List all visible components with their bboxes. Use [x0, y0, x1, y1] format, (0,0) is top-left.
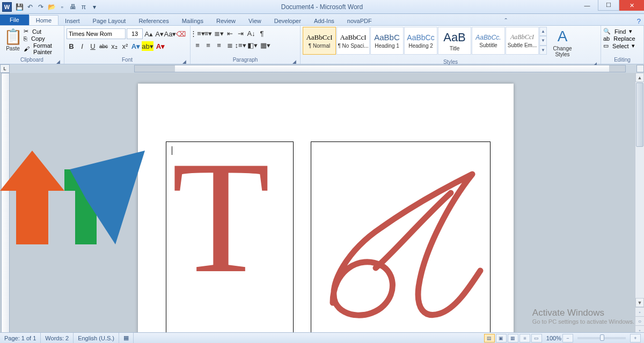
zoom-level[interactable]: 100% [546, 335, 561, 341]
grow-font-button[interactable]: A▴ [144, 29, 153, 39]
vertical-scrollbar[interactable]: ▲ ▼ ◦ ○ ◦ [635, 73, 644, 334]
style-heading-1[interactable]: AaBbCHeading 1 [370, 27, 404, 55]
subscript-button[interactable]: x₂ [109, 41, 119, 51]
underline-button[interactable]: U [88, 41, 98, 51]
style--normal[interactable]: AaBbCcI¶ Normal [303, 27, 336, 55]
scroll-up-icon[interactable]: ▲ [635, 73, 644, 82]
style-subtle-em-[interactable]: AaBbCcISubtle Em... [506, 27, 539, 55]
status-page[interactable]: Page: 1 of 1 [0, 333, 41, 343]
qat-new-icon[interactable]: ▫ [58, 3, 67, 11]
align-right-button[interactable]: ≡ [214, 40, 224, 50]
style-subtitle[interactable]: AaBbCc.Subtitle [472, 27, 505, 55]
tab-mailings[interactable]: Mailings [175, 16, 210, 25]
text-effects-button[interactable]: A▾ [131, 41, 141, 51]
line-spacing-button[interactable]: ↕≡▾ [236, 40, 245, 50]
qat-open-icon[interactable]: 📂 [47, 3, 56, 11]
change-styles-button[interactable]: A Change Styles [549, 27, 576, 58]
view-draft-button[interactable]: ▭ [531, 334, 542, 342]
tab-references[interactable]: References [132, 16, 175, 25]
font-dialog-launcher-icon[interactable]: ◢ [181, 58, 187, 63]
styles-down-icon[interactable]: ▼ [539, 36, 547, 45]
ribbon-minimize-icon[interactable]: ˆ [505, 17, 507, 25]
qat-customize-icon[interactable]: ▾ [90, 3, 99, 11]
format-painter-button[interactable]: 🖌 Format Painter [24, 42, 62, 55]
close-button[interactable]: ✕ [619, 0, 644, 11]
text-box-1[interactable]: T [166, 141, 294, 334]
font-size-input[interactable] [127, 28, 143, 39]
qat-redo-icon[interactable]: ↷ [36, 3, 45, 11]
tab-addins[interactable]: Add-Ins [308, 16, 341, 25]
decrease-indent-button[interactable]: ⇤ [225, 28, 235, 38]
view-outline-button[interactable]: ≡ [519, 334, 530, 342]
font-color-button[interactable]: A▾ [155, 41, 166, 51]
tab-review[interactable]: Review [210, 16, 242, 25]
sort-button[interactable]: A↓ [246, 28, 256, 38]
vertical-ruler[interactable] [1, 73, 10, 334]
strike-button[interactable]: abc [99, 41, 108, 51]
align-left-button[interactable]: ≡ [193, 40, 202, 50]
cut-button[interactable]: ✂ Cut [24, 28, 62, 35]
replace-button[interactable]: ab Replace [603, 35, 635, 42]
maximize-button[interactable]: ☐ [598, 0, 619, 11]
styles-up-icon[interactable]: ▲ [539, 27, 547, 36]
bold-button[interactable]: B [67, 41, 76, 51]
style-title[interactable]: AaBTitle [438, 27, 471, 55]
shading-button[interactable]: ◧▾ [246, 40, 258, 50]
tab-page-layout[interactable]: Page Layout [86, 16, 133, 25]
qat-equation-icon[interactable]: π [79, 3, 88, 11]
browse-object-icon[interactable]: ○ [635, 316, 644, 325]
bullets-button[interactable]: ⋮≡▾ [193, 28, 202, 38]
view-print-layout-button[interactable]: ▤ [484, 334, 495, 342]
ruler-toggle[interactable] [636, 65, 644, 72]
zoom-in-button[interactable]: + [630, 334, 641, 342]
tab-selector[interactable]: L [0, 64, 10, 73]
increase-indent-button[interactable]: ⇥ [236, 28, 245, 38]
view-web-button[interactable]: ▦ [508, 334, 518, 342]
clear-formatting-button[interactable]: ⌫ [176, 29, 186, 39]
tab-home[interactable]: Home [29, 15, 58, 25]
tab-developer[interactable]: Developer [268, 16, 308, 25]
qat-save-icon[interactable]: 💾 [15, 3, 24, 11]
qat-undo-icon[interactable]: ↶ [26, 3, 34, 11]
paragraph-dialog-launcher-icon[interactable]: ◢ [291, 58, 297, 63]
tab-file[interactable]: File [0, 14, 29, 25]
browse-prev-icon[interactable]: ◦ [635, 307, 644, 316]
superscript-button[interactable]: x² [120, 41, 130, 51]
page[interactable]: T [138, 84, 514, 334]
text-box-2[interactable] [311, 141, 491, 334]
horizontal-ruler[interactable] [134, 65, 626, 72]
status-language[interactable]: English (U.S.) [74, 333, 119, 343]
zoom-out-button[interactable]: − [562, 334, 573, 342]
styles-scroll[interactable]: ▲▼▼ [539, 27, 547, 55]
scroll-track[interactable] [635, 147, 644, 298]
font-name-input[interactable] [67, 28, 126, 39]
copy-button[interactable]: ⎘ Copy [24, 35, 62, 42]
tab-insert[interactable]: Insert [58, 16, 86, 25]
borders-button[interactable]: ▦▾ [259, 40, 271, 50]
qat-print-icon[interactable]: 🖶 [69, 3, 77, 11]
multilevel-button[interactable]: ≣▾ [214, 28, 224, 38]
help-icon[interactable]: ? [637, 17, 641, 25]
view-full-screen-button[interactable]: ▣ [496, 334, 507, 342]
numbering-button[interactable]: ≡▾ [203, 28, 213, 38]
zoom-thumb[interactable] [600, 334, 604, 341]
shrink-font-button[interactable]: A▾ [155, 29, 164, 39]
zoom-slider[interactable] [577, 337, 626, 339]
select-button[interactable]: ▭ Select ▾ [603, 42, 635, 49]
minimize-button[interactable]: — [576, 0, 598, 11]
status-words[interactable]: Words: 2 [41, 333, 74, 343]
styles-more-icon[interactable]: ▼ [539, 46, 547, 55]
style-heading-2[interactable]: AaBbCcHeading 2 [404, 27, 437, 55]
styles-gallery[interactable]: AaBbCcI¶ NormalAaBbCcI¶ No Spaci...AaBbC… [303, 27, 539, 55]
style--no-spaci-[interactable]: AaBbCcI¶ No Spaci... [336, 27, 370, 55]
paste-button[interactable]: 📋 Paste [2, 27, 24, 53]
highlight-button[interactable]: ab▾ [142, 41, 153, 51]
italic-button[interactable]: I [77, 41, 87, 51]
tab-novapdf[interactable]: novaPDF [341, 16, 378, 25]
change-case-button[interactable]: Aa▾ [165, 29, 175, 39]
scroll-down-icon[interactable]: ▼ [635, 298, 644, 307]
status-macro-icon[interactable]: ▦ [119, 333, 134, 343]
find-button[interactable]: 🔍 Find ▾ [603, 28, 632, 35]
align-center-button[interactable]: ≡ [203, 40, 213, 50]
justify-button[interactable]: ≣ [225, 40, 235, 50]
